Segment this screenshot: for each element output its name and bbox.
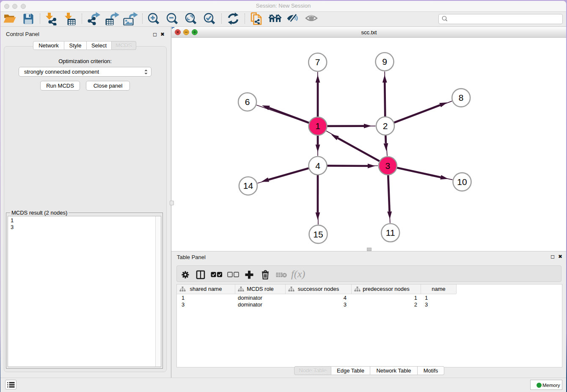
svg-text:8: 8 [459,93,464,102]
svg-text:3: 3 [385,161,391,171]
svg-text:4: 4 [315,161,320,171]
svg-text:1: 1 [315,121,320,131]
svg-text:10: 10 [457,177,467,187]
svg-text:15: 15 [313,229,323,239]
svg-text:7: 7 [315,57,320,67]
svg-text:6: 6 [245,97,250,107]
svg-text:11: 11 [386,228,395,237]
svg-text:14: 14 [243,181,253,190]
svg-text:9: 9 [382,57,387,66]
svg-text:2: 2 [383,121,388,131]
